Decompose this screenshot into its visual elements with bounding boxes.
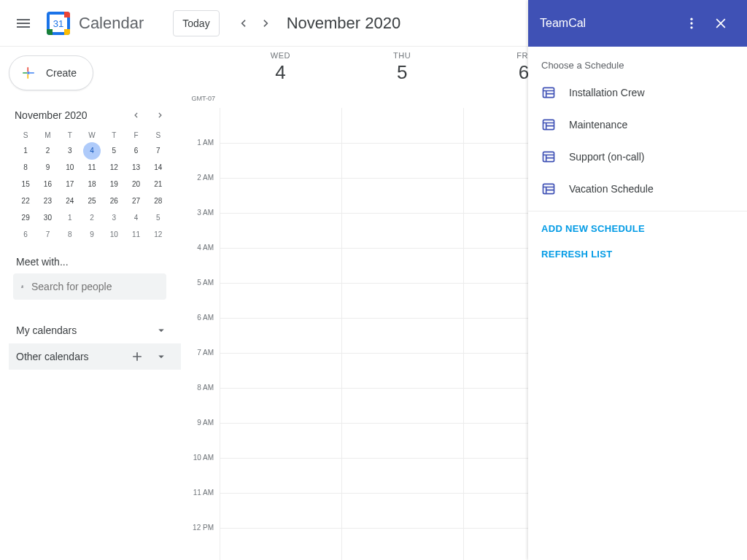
mini-cal-day[interactable]: 5	[147, 209, 169, 226]
mini-cal-day[interactable]: 24	[59, 192, 81, 209]
hour-cell[interactable]	[220, 283, 341, 318]
hour-cell[interactable]	[341, 248, 463, 283]
mini-cal-day[interactable]: 12	[147, 226, 169, 243]
hour-cell[interactable]	[341, 528, 463, 560]
hour-cell[interactable]	[220, 423, 341, 458]
mini-cal-day[interactable]: 4	[81, 142, 103, 159]
refresh-list-link[interactable]: REFRESH LIST	[541, 249, 734, 260]
mini-cal-day[interactable]: 8	[15, 159, 36, 176]
mini-cal-day[interactable]: 9	[36, 159, 58, 176]
hour-cell[interactable]	[220, 318, 341, 353]
schedule-item[interactable]: Support (on-call)	[528, 141, 747, 173]
mini-cal-day[interactable]: 18	[81, 176, 103, 192]
teamcal-close-button[interactable]	[706, 9, 735, 38]
mini-cal-day[interactable]: 29	[15, 209, 36, 226]
mini-cal-day[interactable]: 11	[81, 159, 103, 176]
mini-cal-day[interactable]: 13	[125, 159, 147, 176]
schedule-icon	[541, 182, 556, 196]
hour-cell[interactable]	[220, 143, 341, 178]
schedule-item[interactable]: Vacation Schedule	[528, 173, 747, 205]
app-logo: 31 Calendar	[44, 9, 144, 38]
close-icon	[713, 16, 728, 31]
mini-cal-day[interactable]: 10	[59, 159, 81, 176]
create-label: Create	[46, 67, 77, 79]
mini-cal-day[interactable]: 7	[36, 226, 58, 243]
mini-cal-day[interactable]: 20	[125, 176, 147, 192]
add-schedule-link[interactable]: ADD NEW SCHEDULE	[541, 223, 734, 234]
day-header[interactable]: WED4	[220, 47, 341, 108]
mini-cal-day[interactable]: 16	[36, 176, 58, 192]
my-calendars-label: My calendars	[16, 324, 77, 336]
mini-cal-day[interactable]: 8	[59, 226, 81, 243]
hour-label: 3 AM	[182, 209, 220, 244]
mini-cal-day[interactable]: 10	[103, 226, 125, 243]
mini-cal-day[interactable]: 12	[103, 159, 125, 176]
hour-cell[interactable]	[220, 493, 341, 528]
hour-cell[interactable]	[220, 388, 341, 423]
hour-label	[182, 108, 220, 139]
my-calendars-toggle[interactable]: My calendars	[16, 317, 168, 343]
hour-cell[interactable]	[341, 283, 463, 318]
hour-cell[interactable]	[341, 388, 463, 423]
hour-label: 2 AM	[182, 174, 220, 209]
hour-cell[interactable]	[341, 353, 463, 388]
mini-cal-day[interactable]: 2	[81, 209, 103, 226]
search-people-input[interactable]	[31, 281, 159, 292]
mini-cal-day[interactable]: 3	[103, 209, 125, 226]
mini-cal-day[interactable]: 27	[125, 192, 147, 209]
mini-cal-day[interactable]: 1	[15, 142, 36, 159]
hour-cell[interactable]	[341, 108, 463, 143]
mini-cal-day[interactable]: 4	[125, 209, 147, 226]
schedule-item[interactable]: Maintenance	[528, 109, 747, 141]
hour-cell[interactable]	[341, 493, 463, 528]
hour-label: 5 AM	[182, 279, 220, 314]
day-header[interactable]: THU5	[341, 47, 463, 108]
mini-cal-next[interactable]	[152, 106, 169, 124]
mini-cal-day[interactable]: 1	[59, 209, 81, 226]
search-people-field[interactable]	[13, 273, 166, 300]
hour-cell[interactable]	[341, 178, 463, 213]
mini-cal-day[interactable]: 22	[15, 192, 36, 209]
hour-cell[interactable]	[220, 178, 341, 213]
hour-cell[interactable]	[341, 318, 463, 353]
mini-cal-day[interactable]: 9	[81, 226, 103, 243]
hour-cell[interactable]	[341, 423, 463, 458]
hour-cell[interactable]	[220, 458, 341, 493]
hour-cell[interactable]	[220, 528, 341, 560]
mini-cal-day[interactable]: 28	[147, 192, 169, 209]
hour-cell[interactable]	[341, 213, 463, 248]
main-menu-button[interactable]	[6, 6, 41, 41]
mini-cal-day[interactable]: 26	[103, 192, 125, 209]
mini-cal-day[interactable]: 19	[103, 176, 125, 192]
mini-cal-day[interactable]: 15	[15, 176, 36, 192]
schedule-item[interactable]: Installation Crew	[528, 77, 747, 109]
next-period-button[interactable]	[255, 12, 278, 35]
hour-cell[interactable]	[220, 213, 341, 248]
create-button[interactable]: Create	[9, 55, 93, 90]
mini-cal-day[interactable]: 2	[36, 142, 58, 159]
prev-period-button[interactable]	[231, 12, 255, 35]
hour-cell[interactable]	[341, 458, 463, 493]
hour-cell[interactable]	[220, 353, 341, 388]
mini-cal-day[interactable]: 21	[147, 176, 169, 192]
mini-cal-day[interactable]: 23	[36, 192, 58, 209]
add-calendar-icon[interactable]	[130, 349, 144, 364]
mini-cal-prev[interactable]	[127, 106, 144, 124]
svg-text:31: 31	[53, 18, 63, 29]
mini-cal-day[interactable]: 3	[59, 142, 81, 159]
hour-cell[interactable]	[341, 143, 463, 178]
mini-cal-day[interactable]: 11	[125, 226, 147, 243]
mini-cal-day[interactable]: 6	[125, 142, 147, 159]
hour-cell[interactable]	[220, 108, 341, 143]
mini-cal-day[interactable]: 17	[59, 176, 81, 192]
mini-cal-day[interactable]: 7	[147, 142, 169, 159]
teamcal-menu-button[interactable]	[677, 9, 706, 38]
other-calendars-toggle[interactable]: Other calendars	[9, 343, 181, 370]
mini-cal-day[interactable]: 6	[15, 226, 36, 243]
mini-cal-day[interactable]: 14	[147, 159, 169, 176]
today-button[interactable]: Today	[173, 10, 219, 36]
hour-cell[interactable]	[220, 248, 341, 283]
mini-cal-day[interactable]: 25	[81, 192, 103, 209]
mini-cal-day[interactable]: 30	[36, 209, 58, 226]
mini-cal-day[interactable]: 5	[103, 142, 125, 159]
